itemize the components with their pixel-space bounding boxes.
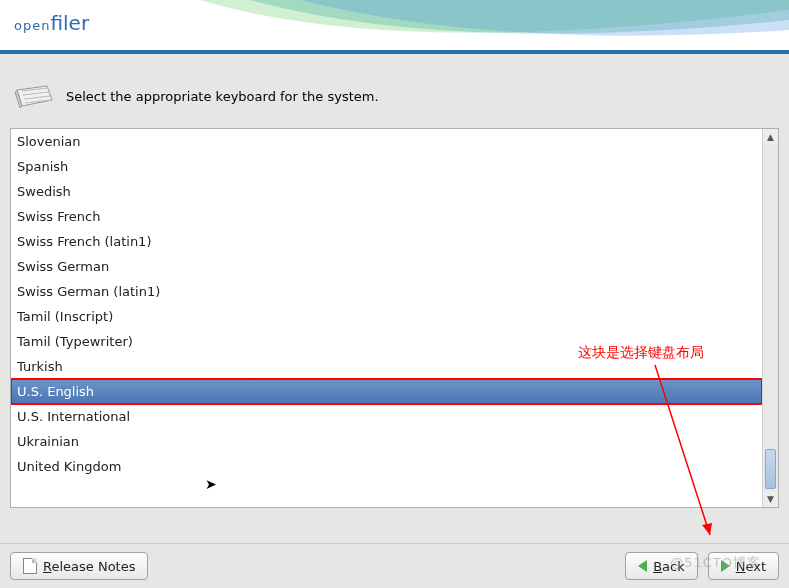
list-item[interactable]: Ukrainian xyxy=(11,429,762,454)
keyboard-list[interactable]: SlovenianSpanishSwedishSwiss FrenchSwiss… xyxy=(11,129,762,507)
footer: Release Notes Back Next xyxy=(0,543,789,588)
arrow-right-icon xyxy=(721,560,730,572)
list-item[interactable]: Swiss German (latin1) xyxy=(11,279,762,304)
document-icon xyxy=(23,558,37,574)
back-button[interactable]: Back xyxy=(625,552,698,580)
annotation-text: 这块是选择键盘布局 xyxy=(578,344,704,362)
list-item[interactable]: Swedish xyxy=(11,179,762,204)
list-item[interactable]: Tamil (Inscript) xyxy=(11,304,762,329)
header: openfiler xyxy=(0,0,789,50)
list-item[interactable]: U.S. English xyxy=(11,379,762,404)
list-item[interactable]: Swiss French (latin1) xyxy=(11,229,762,254)
keyboard-icon xyxy=(14,82,54,110)
scroll-down-button[interactable]: ▼ xyxy=(763,491,778,507)
list-item[interactable]: Swiss German xyxy=(11,254,762,279)
next-label: Next xyxy=(736,559,766,574)
main-content: Select the appropriate keyboard for the … xyxy=(0,54,789,518)
svg-marker-5 xyxy=(702,523,712,535)
logo: openfiler xyxy=(14,8,89,35)
logo-part1: open xyxy=(14,18,50,33)
arrow-left-icon xyxy=(638,560,647,572)
next-button[interactable]: Next xyxy=(708,552,779,580)
scroll-up-button[interactable]: ▲ xyxy=(763,129,778,145)
scroll-thumb[interactable] xyxy=(765,449,776,489)
list-item[interactable]: United Kingdom xyxy=(11,454,762,479)
release-notes-button[interactable]: Release Notes xyxy=(10,552,148,580)
keyboard-list-container: SlovenianSpanishSwedishSwiss FrenchSwiss… xyxy=(10,128,779,508)
list-item[interactable]: Spanish xyxy=(11,154,762,179)
release-notes-label: Release Notes xyxy=(43,559,135,574)
scrollbar[interactable]: ▲ ▼ xyxy=(762,129,778,507)
prompt-row: Select the appropriate keyboard for the … xyxy=(10,82,779,110)
prompt-text: Select the appropriate keyboard for the … xyxy=(66,89,379,104)
list-item[interactable]: Slovenian xyxy=(11,129,762,154)
list-item[interactable]: Swiss French xyxy=(11,204,762,229)
back-label: Back xyxy=(653,559,685,574)
logo-part2: filer xyxy=(50,11,89,35)
list-item[interactable]: U.S. International xyxy=(11,404,762,429)
